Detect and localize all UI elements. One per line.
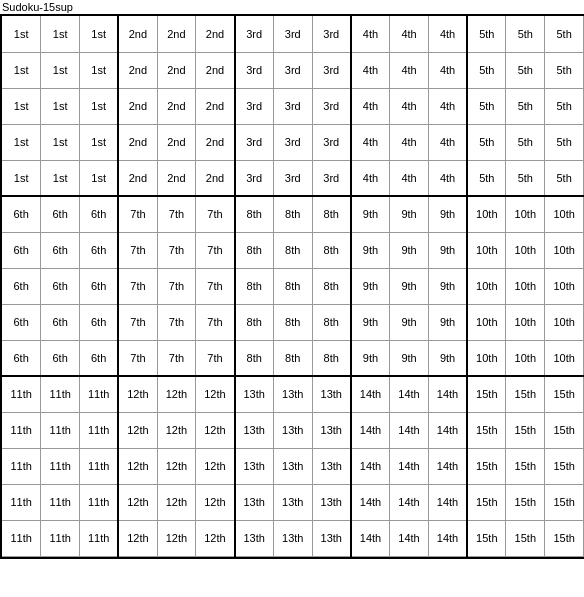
- table-cell: 5th: [506, 16, 545, 52]
- table-cell: 11th: [2, 412, 41, 448]
- table-cell: 12th: [118, 376, 157, 412]
- table-cell: 2nd: [196, 88, 235, 124]
- table-cell: 14th: [351, 520, 390, 556]
- table-cell: 12th: [118, 484, 157, 520]
- title: Sudoku-15sup: [0, 0, 584, 14]
- table-cell: 1st: [80, 160, 119, 196]
- table-cell: 8th: [273, 196, 312, 232]
- table-cell: 12th: [118, 520, 157, 556]
- table-cell: 15th: [506, 412, 545, 448]
- table-cell: 9th: [428, 340, 467, 376]
- table-cell: 6th: [41, 232, 80, 268]
- table-cell: 10th: [545, 196, 584, 232]
- table-cell: 12th: [118, 448, 157, 484]
- table-cell: 4th: [351, 52, 390, 88]
- table-cell: 5th: [467, 160, 506, 196]
- table-cell: 9th: [428, 232, 467, 268]
- table-cell: 12th: [157, 484, 196, 520]
- table-cell: 8th: [273, 304, 312, 340]
- table-cell: 7th: [196, 196, 235, 232]
- table-cell: 4th: [390, 52, 429, 88]
- table-cell: 4th: [390, 16, 429, 52]
- table-cell: 6th: [80, 232, 119, 268]
- table-row: 6th6th6th7th7th7th8th8th8th9th9th9th10th…: [2, 304, 584, 340]
- table-cell: 8th: [273, 340, 312, 376]
- table-cell: 9th: [428, 304, 467, 340]
- table-cell: 8th: [235, 340, 274, 376]
- table-cell: 7th: [157, 232, 196, 268]
- table-row: 1st1st1st2nd2nd2nd3rd3rd3rd4th4th4th5th5…: [2, 88, 584, 124]
- table-cell: 7th: [196, 340, 235, 376]
- table-cell: 15th: [545, 412, 584, 448]
- table-row: 11th11th11th12th12th12th13th13th13th14th…: [2, 484, 584, 520]
- table-cell: 9th: [351, 268, 390, 304]
- table-cell: 12th: [196, 448, 235, 484]
- table-cell: 7th: [196, 268, 235, 304]
- table-cell: 15th: [467, 448, 506, 484]
- table-cell: 6th: [2, 268, 41, 304]
- table-cell: 12th: [196, 412, 235, 448]
- table-row: 6th6th6th7th7th7th8th8th8th9th9th9th10th…: [2, 340, 584, 376]
- table-cell: 15th: [545, 376, 584, 412]
- table-row: 6th6th6th7th7th7th8th8th8th9th9th9th10th…: [2, 268, 584, 304]
- table-cell: 14th: [428, 376, 467, 412]
- table-cell: 10th: [467, 304, 506, 340]
- table-cell: 1st: [41, 16, 80, 52]
- table-cell: 9th: [390, 304, 429, 340]
- table-cell: 15th: [467, 376, 506, 412]
- table-cell: 3rd: [235, 124, 274, 160]
- table-cell: 6th: [2, 340, 41, 376]
- table-cell: 11th: [80, 484, 119, 520]
- table-cell: 2nd: [118, 88, 157, 124]
- table-cell: 6th: [80, 268, 119, 304]
- table-cell: 12th: [157, 520, 196, 556]
- table-cell: 3rd: [273, 88, 312, 124]
- table-cell: 9th: [351, 340, 390, 376]
- table-cell: 4th: [390, 88, 429, 124]
- table-row: 11th11th11th12th12th12th13th13th13th14th…: [2, 448, 584, 484]
- table-cell: 6th: [80, 340, 119, 376]
- table-cell: 12th: [196, 484, 235, 520]
- table-cell: 13th: [273, 376, 312, 412]
- table-cell: 4th: [351, 88, 390, 124]
- table-cell: 1st: [41, 52, 80, 88]
- table-cell: 6th: [80, 196, 119, 232]
- table-cell: 12th: [118, 412, 157, 448]
- table-cell: 6th: [2, 304, 41, 340]
- table-cell: 5th: [506, 124, 545, 160]
- table-cell: 8th: [312, 268, 351, 304]
- table-cell: 11th: [41, 376, 80, 412]
- table-cell: 4th: [428, 88, 467, 124]
- table-cell: 12th: [157, 376, 196, 412]
- table-cell: 13th: [273, 484, 312, 520]
- table-cell: 2nd: [118, 160, 157, 196]
- table-cell: 2nd: [196, 124, 235, 160]
- table-cell: 14th: [351, 376, 390, 412]
- table-cell: 7th: [118, 304, 157, 340]
- table-cell: 12th: [157, 412, 196, 448]
- table-cell: 5th: [506, 52, 545, 88]
- table-cell: 10th: [467, 196, 506, 232]
- table-cell: 3rd: [235, 160, 274, 196]
- table-cell: 4th: [351, 160, 390, 196]
- table-cell: 15th: [506, 448, 545, 484]
- table-cell: 6th: [41, 268, 80, 304]
- table-cell: 15th: [545, 484, 584, 520]
- table-cell: 2nd: [196, 160, 235, 196]
- table-cell: 14th: [390, 484, 429, 520]
- table-cell: 15th: [467, 484, 506, 520]
- table-cell: 11th: [80, 376, 119, 412]
- table-cell: 7th: [118, 268, 157, 304]
- table-cell: 13th: [273, 448, 312, 484]
- table-cell: 9th: [428, 268, 467, 304]
- table-cell: 14th: [428, 412, 467, 448]
- table-cell: 13th: [273, 412, 312, 448]
- table-cell: 14th: [390, 448, 429, 484]
- table-cell: 3rd: [312, 88, 351, 124]
- table-cell: 11th: [2, 520, 41, 556]
- table-cell: 1st: [2, 88, 41, 124]
- table-cell: 15th: [467, 412, 506, 448]
- table-cell: 1st: [2, 124, 41, 160]
- table-cell: 8th: [312, 340, 351, 376]
- table-cell: 10th: [506, 340, 545, 376]
